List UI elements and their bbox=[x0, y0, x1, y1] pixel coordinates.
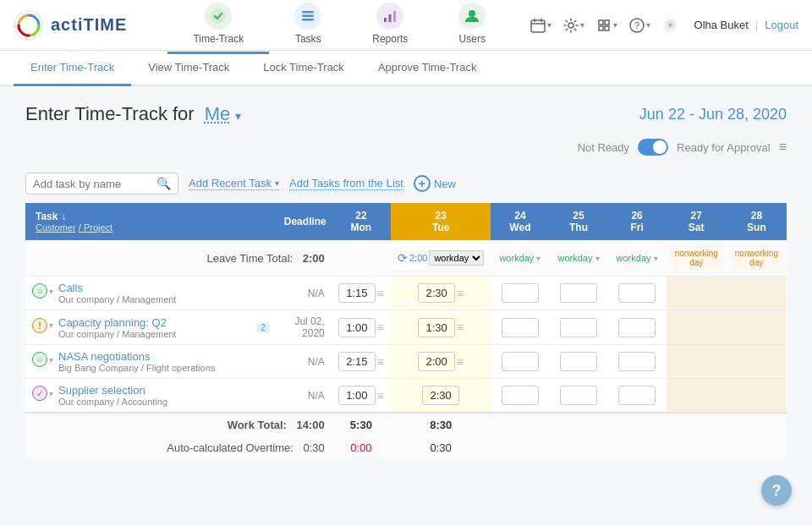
subnav-enter-timetrack[interactable]: Enter Time-Track bbox=[14, 51, 131, 86]
ready-label: Ready for Approval bbox=[677, 141, 771, 154]
svg-rect-2 bbox=[302, 11, 314, 14]
time-input-4-24[interactable] bbox=[502, 386, 539, 405]
time-input-3-26[interactable] bbox=[618, 352, 656, 371]
time-1-23: ≡ bbox=[391, 277, 491, 310]
task-name-3[interactable]: NASA negotiations bbox=[58, 350, 215, 363]
nav-tab-timetrack[interactable]: Time-Track bbox=[167, 0, 269, 54]
nav-tab-users[interactable]: Users bbox=[433, 0, 511, 54]
user-selector[interactable]: Me bbox=[205, 103, 231, 124]
plugins-icon-btn[interactable]: ▾ bbox=[593, 14, 621, 36]
time-input-1-24[interactable] bbox=[502, 283, 539, 303]
leave-day28: nonworking day bbox=[727, 240, 787, 277]
time-input-2-24[interactable] bbox=[502, 318, 539, 337]
project-col-label[interactable]: Project bbox=[84, 222, 112, 233]
time-menu-2-22[interactable]: ≡ bbox=[377, 321, 384, 334]
time-1-24[interactable] bbox=[491, 277, 549, 310]
time-input-3-23[interactable] bbox=[418, 352, 455, 371]
task-dropdown-1[interactable]: ▾ bbox=[49, 287, 53, 296]
task-cell-2: ! ▾ Capacity planning: Q2 Our company / … bbox=[25, 310, 250, 345]
task-name-2[interactable]: Capacity planning: Q2 bbox=[58, 316, 176, 329]
plus-circle-icon: + bbox=[414, 175, 431, 192]
workday-25[interactable]: workday ▾ bbox=[556, 253, 601, 263]
deadline-4: N/A bbox=[250, 379, 332, 414]
timetrack-icon bbox=[205, 3, 232, 30]
time-1-26[interactable] bbox=[608, 277, 667, 310]
time-input-4-23[interactable] bbox=[422, 386, 459, 405]
time-input-1-26[interactable] bbox=[618, 283, 656, 303]
time-input-2-25[interactable] bbox=[560, 318, 597, 337]
col-day-25: 25 Thu bbox=[549, 203, 607, 240]
time-input-1-23[interactable] bbox=[418, 283, 455, 303]
approval-toggle[interactable] bbox=[638, 139, 668, 156]
add-tasks-from-list[interactable]: Add Tasks from the List bbox=[289, 177, 403, 190]
task-dropdown-4[interactable]: ▾ bbox=[49, 389, 53, 398]
calendar-icon-btn[interactable]: ▾ bbox=[527, 14, 555, 36]
time-menu-1-22[interactable]: ≡ bbox=[377, 287, 384, 300]
task-row-2: ! ▾ Capacity planning: Q2 Our company / … bbox=[25, 310, 787, 345]
time-menu-2-23[interactable]: ≡ bbox=[457, 321, 464, 334]
nonworking-28: nonworking day bbox=[733, 245, 780, 271]
list-view-icon[interactable]: ≡ bbox=[779, 140, 787, 155]
leave-label: Leave Time Total: 2:00 bbox=[25, 240, 332, 277]
time-menu-4-22[interactable]: ≡ bbox=[377, 389, 384, 403]
time-1-27 bbox=[667, 277, 727, 310]
nav-tab-tasks-label: Tasks bbox=[295, 33, 321, 45]
task-dropdown-2[interactable]: ▾ bbox=[49, 321, 53, 330]
ot-24 bbox=[491, 436, 549, 459]
notification-icon: ☀ bbox=[662, 18, 678, 33]
add-recent-task[interactable]: Add Recent Task ▾ bbox=[189, 177, 279, 190]
subnav-lock-timetrack[interactable]: Lock Time-Track bbox=[246, 51, 361, 86]
task-col-label: Task bbox=[36, 211, 58, 222]
time-table: Task ↓ Customer / Project Deadline 22 Mo… bbox=[25, 203, 787, 459]
task-cell-1: ○ ▾ Calls Our company / Management bbox=[25, 277, 250, 310]
leave-day25: workday ▾ bbox=[549, 240, 607, 277]
task-row-4: ✓ ▾ Supplier selection Our company / Acc… bbox=[25, 379, 787, 414]
search-input[interactable] bbox=[33, 178, 151, 190]
time-input-1-25[interactable] bbox=[560, 283, 597, 303]
nav-tab-tasks[interactable]: Tasks bbox=[269, 0, 347, 54]
settings-icon-btn[interactable]: ▾ bbox=[560, 14, 588, 36]
time-input-2-22[interactable] bbox=[338, 318, 376, 337]
time-menu-3-22[interactable]: ≡ bbox=[377, 355, 384, 369]
work-total-24 bbox=[491, 413, 549, 436]
time-input-4-22[interactable] bbox=[338, 386, 376, 405]
task-name-4[interactable]: Supplier selection bbox=[58, 384, 167, 397]
help-icon-btn[interactable]: ? ▾ bbox=[626, 14, 654, 36]
plugins-icon bbox=[596, 18, 612, 33]
time-menu-1-23[interactable]: ≡ bbox=[457, 287, 464, 300]
work-total-26 bbox=[608, 413, 667, 436]
logout-link[interactable]: Logout bbox=[765, 19, 798, 31]
time-input-4-25[interactable] bbox=[560, 386, 597, 405]
user-dropdown-arrow[interactable]: ▾ bbox=[235, 109, 241, 123]
workday-24[interactable]: workday ▾ bbox=[497, 253, 542, 263]
time-input-3-25[interactable] bbox=[560, 352, 597, 371]
users-icon bbox=[458, 3, 486, 30]
leave-refresh-icon[interactable]: ⟳ bbox=[398, 251, 408, 265]
nav-tab-reports[interactable]: Reports bbox=[347, 0, 433, 54]
time-menu-3-23[interactable]: ≡ bbox=[457, 355, 464, 369]
task-name-1[interactable]: Calls bbox=[58, 282, 176, 294]
date-range[interactable]: Jun 22 - Jun 28, 2020 bbox=[639, 106, 787, 123]
time-input-3-24[interactable] bbox=[502, 352, 539, 371]
notification-icon-btn[interactable]: ☀ bbox=[659, 14, 681, 36]
svg-point-13 bbox=[568, 23, 573, 28]
work-total-22: 5:30 bbox=[332, 413, 391, 436]
task-dropdown-3[interactable]: ▾ bbox=[49, 355, 53, 364]
time-input-1-22[interactable] bbox=[338, 283, 376, 303]
subnav-view-timetrack[interactable]: View Time-Track bbox=[131, 51, 246, 86]
svg-rect-6 bbox=[389, 14, 392, 22]
leave-day23-dropdown[interactable]: workday bbox=[429, 250, 484, 266]
time-input-4-26[interactable] bbox=[618, 386, 656, 405]
time-input-2-26[interactable] bbox=[618, 318, 656, 337]
time-input-3-22[interactable] bbox=[338, 352, 376, 371]
time-input-2-23[interactable] bbox=[418, 318, 455, 337]
workday-26[interactable]: workday ▾ bbox=[615, 253, 660, 263]
add-new-task[interactable]: + New bbox=[414, 175, 456, 192]
subnav-approve-timetrack[interactable]: Approve Time-Track bbox=[361, 51, 494, 86]
task-cell-3: ○ ▾ NASA negotiations Big Bang Company /… bbox=[25, 345, 250, 379]
task-icon-2: ! bbox=[32, 318, 47, 333]
time-1-25[interactable] bbox=[549, 277, 607, 310]
sort-icon[interactable]: ↓ bbox=[61, 211, 66, 222]
svg-rect-3 bbox=[302, 15, 314, 18]
customer-col-label[interactable]: Customer bbox=[36, 222, 76, 233]
